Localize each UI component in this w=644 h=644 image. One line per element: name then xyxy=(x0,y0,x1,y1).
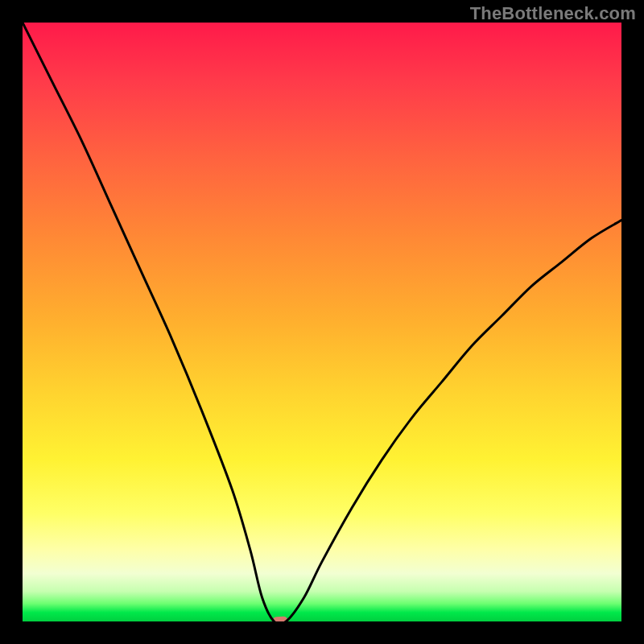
chart-frame: TheBottleneck.com xyxy=(0,0,644,644)
bottleneck-curve-path xyxy=(23,23,621,621)
bottleneck-curve xyxy=(23,23,621,621)
plot-area xyxy=(23,23,621,621)
watermark-label: TheBottleneck.com xyxy=(470,3,636,24)
